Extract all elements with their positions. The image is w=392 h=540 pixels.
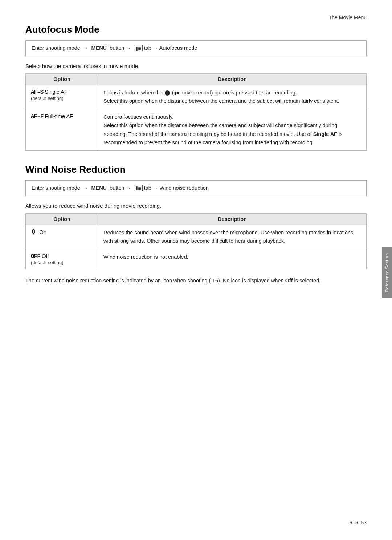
table-row: 🎙 On Reduces the sound heard when wind p…: [26, 225, 367, 249]
header-title: The Movie Menu: [329, 15, 367, 20]
autofocus-intro: Select how the camera focuses in movie m…: [25, 63, 367, 69]
option-cell: OFF Off (default setting): [26, 249, 98, 269]
option-cell: AF–F Full-time AF: [26, 109, 98, 151]
autofocus-section: Autofocus Mode Enter shooting mode → MEN…: [25, 24, 367, 151]
autofocus-col-option: Option: [26, 73, 98, 85]
wind-noise-table: Option Description 🎙 On Reduces the soun…: [25, 213, 367, 269]
wind-on-icon: 🎙: [31, 229, 37, 235]
desc-cell: Camera focuses continuously. Select this…: [98, 109, 367, 151]
page-header: The Movie Menu: [25, 15, 367, 20]
table-row: OFF Off (default setting) Wind noise red…: [26, 249, 367, 269]
autofocus-title: Autofocus Mode: [25, 24, 367, 35]
wind-noise-col-description: Description: [98, 213, 367, 225]
wind-noise-footer: The current wind noise reduction setting…: [25, 277, 367, 285]
autofocus-col-description: Description: [98, 73, 367, 85]
record-icon: [165, 90, 170, 96]
table-row: AF–F Full-time AF Camera focuses continu…: [26, 109, 367, 151]
wind-noise-breadcrumb: Enter shooting mode → MENU button → ❚◼ t…: [25, 180, 367, 196]
desc-cell: Focus is locked when the (❚◼ movie-recor…: [98, 85, 367, 109]
page-number: ❧❧53: [349, 520, 367, 525]
wind-noise-section: Wind Noise Reduction Enter shooting mode…: [25, 164, 367, 285]
wind-noise-title: Wind Noise Reduction: [25, 164, 367, 175]
wind-noise-col-option: Option: [26, 213, 98, 225]
table-row: AF–S Single AF (default setting) Focus i…: [26, 85, 367, 109]
autofocus-breadcrumb: Enter shooting mode → MENU button → ❚◼ t…: [25, 40, 367, 56]
tab-icon-2: ❚◼: [134, 185, 143, 191]
wind-noise-intro: Allows you to reduce wind noise during m…: [25, 203, 367, 209]
sidebar-label: Reference Section: [385, 253, 389, 292]
autofocus-table: Option Description AF–S Single AF (defau…: [25, 73, 367, 151]
option-cell: AF–S Single AF (default setting): [26, 85, 98, 109]
sidebar-tab: Reference Section: [382, 247, 392, 298]
desc-cell: Wind noise reduction is not enabled.: [98, 249, 367, 269]
option-cell: 🎙 On: [26, 225, 98, 249]
tab-icon: ❚◼: [134, 45, 143, 51]
desc-cell: Reduces the sound heard when wind passes…: [98, 225, 367, 249]
